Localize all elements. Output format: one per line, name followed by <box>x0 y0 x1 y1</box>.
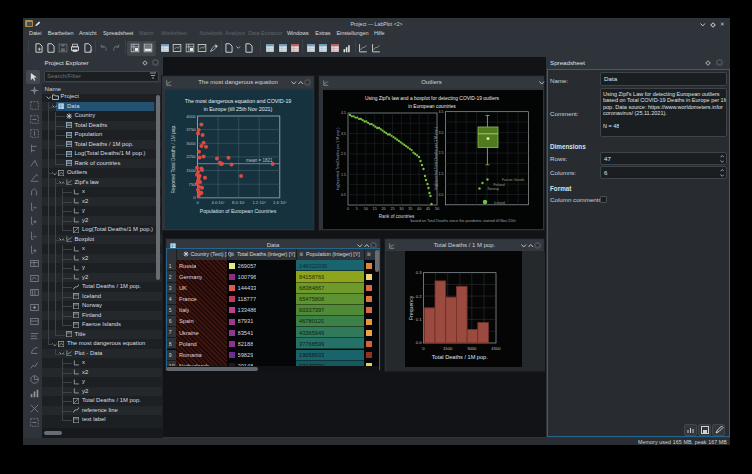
svg-text:in European countries: in European countries <box>408 104 456 109</box>
svg-text:25: 25 <box>390 207 394 211</box>
svg-text:2.5: 2.5 <box>439 151 444 155</box>
svg-text:3000: 3000 <box>186 141 196 146</box>
svg-text:Norway: Norway <box>488 187 500 191</box>
svg-text:The most dangerous equation an: The most dangerous equation and COVID-19 <box>185 98 292 104</box>
svg-text:1.5: 1.5 <box>341 173 346 177</box>
svg-text:10: 10 <box>364 207 368 211</box>
svg-text:1.6·10⁸: 1.6·10⁸ <box>273 200 287 205</box>
svg-text:35: 35 <box>408 207 412 211</box>
svg-text:30: 30 <box>399 207 403 211</box>
svg-text:4000: 4000 <box>186 114 196 119</box>
svg-text:0.2: 0.2 <box>416 294 422 299</box>
svg-text:Finland: Finland <box>494 183 505 187</box>
svg-text:based on Total Deaths since th: based on Total Deaths since the pandemic… <box>410 219 515 223</box>
svg-text:0.3: 0.3 <box>416 270 422 275</box>
svg-text:20: 20 <box>381 207 385 211</box>
svg-text:2.5: 2.5 <box>341 152 346 156</box>
svg-text:Total Deaths / 1M pop.: Total Deaths / 1M pop. <box>432 354 488 360</box>
svg-text:Population of European Countri: Population of European Countries <box>200 208 277 214</box>
svg-text:0: 0 <box>196 200 199 205</box>
svg-text:1500: 1500 <box>443 346 453 351</box>
svg-text:Using Zipf's law and a boxplot: Using Zipf's law and a boxplot for detec… <box>365 96 500 101</box>
svg-text:Iceland: Iceland <box>494 201 505 205</box>
svg-text:1.2·10⁸: 1.2·10⁸ <box>252 200 266 205</box>
svg-text:4500: 4500 <box>491 346 501 351</box>
svg-text:3750: 3750 <box>186 127 196 132</box>
svg-text:40: 40 <box>417 207 421 211</box>
svg-text:log(reported Total Deaths per: log(reported Total Deaths per 1 M pop.) <box>434 127 438 190</box>
svg-text:0: 0 <box>347 207 349 211</box>
svg-text:2250: 2250 <box>186 154 196 159</box>
svg-text:1.5: 1.5 <box>439 172 444 176</box>
svg-text:45: 45 <box>426 207 430 211</box>
svg-text:log(reported Total Deaths per: log(reported Total Deaths per 1 M pop.) <box>336 128 340 191</box>
svg-text:0.1: 0.1 <box>416 317 422 322</box>
svg-text:4.0·10⁷: 4.0·10⁷ <box>211 200 225 205</box>
svg-text:3.5: 3.5 <box>439 131 444 135</box>
svg-text:in Europe (till 25th Nov 2021): in Europe (till 25th Nov 2021) <box>204 106 273 112</box>
svg-text:15: 15 <box>373 207 377 211</box>
svg-text:4.5: 4.5 <box>341 111 346 115</box>
svg-text:8.0·10⁷: 8.0·10⁷ <box>232 200 246 205</box>
svg-text:0.5: 0.5 <box>341 193 346 197</box>
svg-text:mean = 1821: mean = 1821 <box>246 158 273 163</box>
svg-text:Faeroe Islands: Faeroe Islands <box>502 178 525 182</box>
svg-text:3.5: 3.5 <box>341 132 346 136</box>
svg-text:3000: 3000 <box>467 346 477 351</box>
svg-text:5: 5 <box>356 207 358 211</box>
svg-text:Reported Total Deaths / 1M pop: Reported Total Deaths / 1M pop. <box>171 125 176 194</box>
svg-text:0: 0 <box>422 346 425 351</box>
svg-text:750: 750 <box>189 182 197 187</box>
svg-text:0.0: 0.0 <box>416 340 422 345</box>
svg-text:Frequency: Frequency <box>408 295 414 320</box>
svg-text:0.5: 0.5 <box>439 193 444 197</box>
svg-text:4.5: 4.5 <box>439 110 444 114</box>
svg-text:1500: 1500 <box>186 168 196 173</box>
svg-text:50: 50 <box>435 207 439 211</box>
